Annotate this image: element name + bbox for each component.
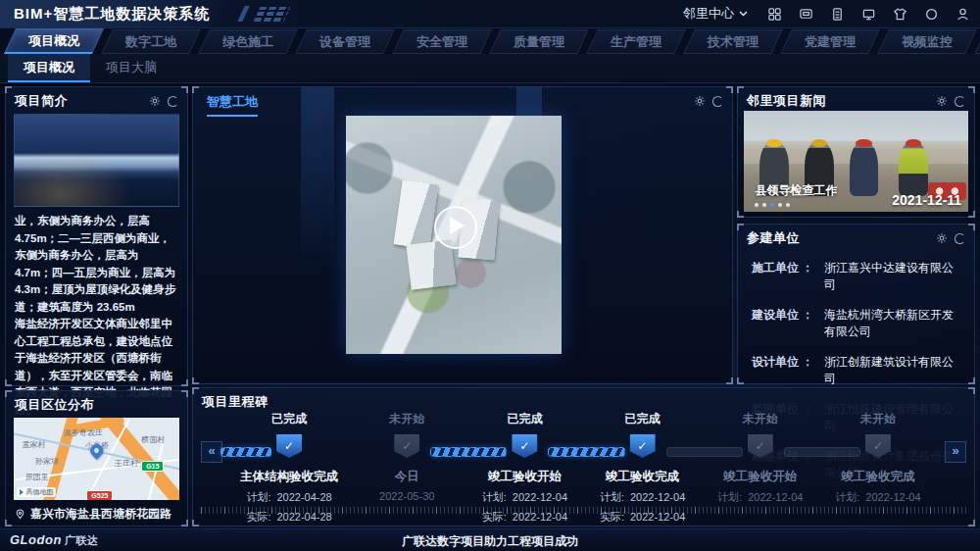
carousel-dot[interactable] xyxy=(762,203,766,207)
footer: GLodon广联达 广联达数字项目助力工程项目成功 xyxy=(0,528,980,551)
plan-label: 计划: xyxy=(717,491,742,503)
panel-actions xyxy=(936,232,965,244)
sub-tab-project-overview[interactable]: 项目概况 xyxy=(8,54,90,82)
milestone-progress-bar xyxy=(430,447,507,457)
news-photo[interactable]: 县领导检查工作 2021-12-11 xyxy=(744,111,968,212)
panel-title: 项目简介 xyxy=(15,92,68,110)
news-date: 2021-12-11 xyxy=(892,192,961,208)
user-icon[interactable] xyxy=(956,7,970,22)
nav-tab-label: 视频监控 xyxy=(902,30,953,53)
nav-tab-equipment[interactable]: 设备管理 xyxy=(295,29,395,54)
project-selector-dropdown[interactable]: 邻里中心 xyxy=(683,5,748,23)
carousel-dot[interactable] xyxy=(778,203,782,207)
milestone-status: 已完成 xyxy=(230,411,348,427)
refresh-icon[interactable] xyxy=(712,96,723,107)
refresh-icon[interactable] xyxy=(168,96,178,107)
intro-paragraph: 业，东侧为商务办公，层高 4.75m；二—三层西侧为商业，东侧为商务办公，层高为… xyxy=(15,213,178,316)
unit-value: 海盐杭州湾大桥新区开发有限公司 xyxy=(824,307,960,340)
nav-tab-label: 项目概况 xyxy=(28,29,79,52)
tab-smart-site[interactable]: 智慧工地 xyxy=(207,93,258,117)
panel-header: 项目区位分布 xyxy=(6,391,187,417)
milestone-plan-date: 计划:2022-12-04 xyxy=(466,490,583,505)
vest-icon[interactable] xyxy=(893,7,907,22)
footer-slogan: 广联达数字项目助力工程项目成功 xyxy=(0,533,980,550)
plan-date: 2022-04-28 xyxy=(276,491,331,503)
report-icon[interactable] xyxy=(830,7,845,22)
map-canvas[interactable]: 孟家村 温多奇农庄 横面村 小亭桥 王庄村 孙家埭 原团里 徐家村 G15 G5… xyxy=(14,418,179,500)
nav-tab-party-building[interactable]: 党建管理 xyxy=(780,29,880,54)
map-place-label: 原团里 xyxy=(25,472,49,482)
monitor-icon[interactable] xyxy=(799,7,813,22)
milestone-status: 未开始 xyxy=(702,411,819,427)
milestone-plan-date: 2022-05-30 xyxy=(348,490,466,502)
milestone-shield-check-icon: ✓ xyxy=(512,434,537,458)
map-attribution: 高德地图 xyxy=(17,487,56,497)
carousel-dot-active[interactable] xyxy=(770,203,774,207)
sub-nav: 项目概况 项目大脑 xyxy=(0,54,980,83)
nav-tab-label: 数字工地 xyxy=(125,30,176,53)
plan-label: 计划: xyxy=(246,491,270,503)
panel-project-milestones: 项目里程碑 « 已完成 ✓ 主体结构验收完成 计划:2022-04-28 实际:… xyxy=(192,387,975,526)
gear-icon[interactable] xyxy=(936,95,948,107)
milestone-shield-check-icon: ✓ xyxy=(276,434,302,458)
milestone-shield-icon: ✓ xyxy=(748,434,773,458)
top-header: BIM+智慧工地数据决策系统 邻里中心 xyxy=(0,0,980,28)
panel-title: 项目里程碑 xyxy=(202,393,269,411)
plan-date: 2022-05-30 xyxy=(379,490,434,502)
app-title: BIM+智慧工地数据决策系统 xyxy=(14,5,210,24)
milestone-title: 竣工验收完成 xyxy=(584,469,702,485)
milestone-shield-check-icon: ✓ xyxy=(630,434,656,458)
apps-grid-icon[interactable] xyxy=(767,7,782,22)
milestone-shield-icon: ✓ xyxy=(394,434,419,458)
nav-tab-quality[interactable]: 质量管理 xyxy=(489,29,589,54)
ring-icon[interactable] xyxy=(924,7,939,22)
milestone-title: 竣工验收完成 xyxy=(819,469,937,485)
milestone-title: 主体结构验收完成 xyxy=(230,469,348,485)
carousel-dot[interactable] xyxy=(755,203,759,207)
unit-label: 设计单位 ： xyxy=(752,354,824,371)
milestone-cells: 已完成 ✓ 主体结构验收完成 计划:2022-04-28 实际:2022-04-… xyxy=(230,410,937,504)
panel-participating-units: 参建单位 施工单位 ： 浙江嘉兴中达建设有限公司 建设单位 ： 海盐杭州湾大桥新… xyxy=(737,224,975,384)
milestone-shield-icon: ✓ xyxy=(865,434,891,458)
gear-icon[interactable] xyxy=(694,95,706,107)
panel-project-news: 邻里项目新闻 县领导检查工作 2021-12-11 xyxy=(737,86,975,218)
nav-tab-safety[interactable]: 安全管理 xyxy=(392,29,492,54)
map-place-label: 温多奇农庄 xyxy=(64,427,103,438)
milestone-progress-bar xyxy=(784,447,860,457)
dashboard-root: BIM+智慧工地数据决策系统 邻里中心 项目概况 数字工地 绿色施工 设备管理 xyxy=(0,0,980,551)
sub-tab-project-brain[interactable]: 项目大脑 xyxy=(90,54,172,82)
unit-value: 浙江嘉兴中达建设有限公司 xyxy=(824,260,960,293)
gear-icon[interactable] xyxy=(936,232,948,244)
milestone-prev-button[interactable]: « xyxy=(201,441,222,463)
nav-tab-digital-site[interactable]: 数字工地 xyxy=(101,29,201,54)
nav-tab-production[interactable]: 生产管理 xyxy=(586,29,686,54)
nav-tab-technology[interactable]: 技术管理 xyxy=(683,29,783,54)
nav-tab-label: 党建管理 xyxy=(805,30,856,53)
project-address-text: 嘉兴市海盐县西塘桥花园路 xyxy=(30,506,172,523)
milestone-next-button[interactable]: » xyxy=(945,441,966,463)
panel-title: 邻里项目新闻 xyxy=(747,92,826,110)
play-button[interactable] xyxy=(434,206,477,249)
main-nav: 项目概况 数字工地 绿色施工 设备管理 安全管理 质量管理 生产管理 技术管理 … xyxy=(0,27,980,54)
nav-tab-project-overview[interactable]: 项目概况 xyxy=(4,28,104,54)
map-place-label: 孟家村 xyxy=(22,439,45,450)
unit-label: 施工单位 ： xyxy=(752,260,824,276)
display-icon[interactable] xyxy=(861,7,876,22)
header-icons xyxy=(767,7,970,22)
nav-tab-green-construction[interactable]: 绿色施工 xyxy=(198,29,298,54)
nav-tab-label: 安全管理 xyxy=(416,30,467,53)
refresh-icon[interactable] xyxy=(955,233,965,244)
plan-date: 2022-12-04 xyxy=(513,491,567,503)
person-figure xyxy=(899,141,928,196)
video-thumbnail[interactable] xyxy=(346,116,562,354)
gear-icon[interactable] xyxy=(149,95,161,107)
nav-tab-video-monitoring[interactable]: 视频监控 xyxy=(877,29,977,54)
milestone-plan-date: 计划:2022-12-04 xyxy=(584,490,702,505)
refresh-icon[interactable] xyxy=(955,96,965,107)
carousel-dot[interactable] xyxy=(786,203,790,207)
milestone-progress-bar xyxy=(666,447,743,457)
nav-tab-label: 设备管理 xyxy=(319,30,370,53)
nav-tab-label: 技术管理 xyxy=(708,30,759,53)
panel-smart-site-video: 智慧工地 xyxy=(192,86,733,384)
nav-tab-label: 质量管理 xyxy=(514,30,564,53)
